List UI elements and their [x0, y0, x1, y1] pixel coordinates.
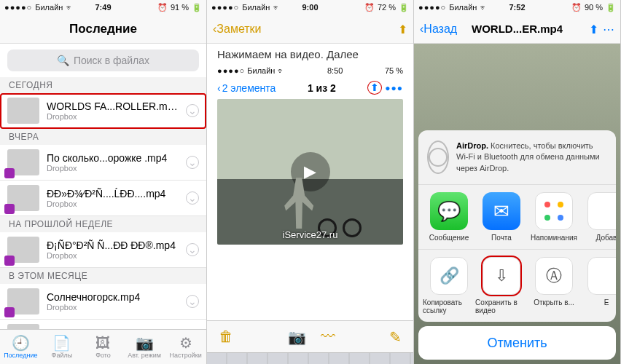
tab-label: Настройки	[170, 352, 202, 359]
app-label: Добав	[596, 234, 616, 242]
chevron-down-icon[interactable]: ⌄	[186, 191, 199, 205]
cancel-button[interactable]: Отменить	[418, 326, 616, 360]
panel-files: ●●●●○Билайн ᯤ 7:49 ⏰91 %🔋 Последние 🔍Пои…	[0, 0, 207, 364]
alarm-icon: ⏰	[364, 3, 375, 12]
more-icon[interactable]: ●●●	[385, 83, 403, 93]
tab-label: Последние	[4, 352, 37, 359]
thumb	[7, 288, 39, 314]
chevron-left-icon: ‹	[217, 82, 221, 94]
file-row[interactable]: Ð¡ÑÐ°Ð²Ñ Ñ...ÐÐ ĐÐ®.mp4Dropbox ⌄	[0, 232, 206, 268]
keyboard[interactable]	[207, 352, 413, 364]
statusbar: ●●●●○Билайн ᯤ 7:52 ⏰90 %🔋	[414, 0, 620, 15]
alarm-icon: ⏰	[571, 3, 582, 12]
file-source: Dropbox	[47, 164, 179, 173]
battery-icon: 🔋	[606, 3, 616, 12]
back-button[interactable]: ‹Заметки	[207, 15, 267, 44]
tab-Файлы[interactable]: 📄Файлы	[42, 330, 83, 364]
share-app-Напоминания[interactable]: Напоминания	[528, 192, 580, 242]
inner-back[interactable]: ‹2 элемента	[217, 82, 276, 94]
battery-icon: 🔋	[399, 3, 409, 12]
share-action-Копировать ссылку[interactable]: 🔗Копировать ссылку	[423, 257, 475, 314]
chevron-down-icon[interactable]: ⌄	[186, 243, 199, 256]
signal-dots: ●●●●○	[211, 3, 239, 12]
search-input[interactable]: 🔍Поиск в файлах	[7, 50, 199, 71]
clock: 7:52	[509, 3, 525, 12]
app-label: Почта	[491, 234, 512, 242]
video-thumb[interactable]: ▶ iService27.ru	[217, 99, 403, 245]
file-row[interactable]: WORLDS FA...ROLLER.mp4Dropbox ⌄	[0, 93, 206, 129]
share-action-Е[interactable]: Е	[580, 257, 616, 314]
file-row[interactable]: Солнечногорск.mp4Dropbox ⌄	[0, 284, 206, 320]
battery-pct: 91 %	[171, 3, 189, 12]
search-placeholder: Поиск в файлах	[74, 55, 149, 66]
thumb	[7, 149, 39, 175]
alarm-icon: ⏰	[157, 3, 168, 12]
file-title: По сколько...орожке .mp4	[47, 152, 179, 164]
file-row[interactable]: ÐÐ»Ð¾⁄Ð²Ñ....ĹÐÐ....mp4Dropbox ⌄	[0, 181, 206, 216]
chevron-down-icon[interactable]: ⌄	[186, 104, 199, 117]
action-icon: Ⓐ	[535, 257, 573, 295]
camera-icon[interactable]: 📷	[288, 328, 306, 346]
carrier: Билайн	[242, 3, 270, 12]
share-app-Почта[interactable]: ✉Почта	[475, 192, 528, 242]
watermark: iService27.ru	[283, 229, 338, 240]
file-source: Dropbox	[47, 251, 179, 260]
draw-icon[interactable]: 〰	[321, 328, 335, 346]
file-title: Ð¡ÑÐ°Ð²Ñ Ñ...ÐÐ ĐÐ®.mp4	[47, 240, 179, 251]
app-icon: ✉	[483, 192, 520, 230]
inner-share[interactable]: ⬆︎ ●●●	[367, 81, 403, 95]
app-icon: 💬	[430, 192, 468, 230]
search-icon: 🔍	[57, 55, 69, 66]
navbar: ‹Заметки ⬆︎	[207, 15, 413, 44]
section-header: В ЭТОМ МЕСЯЦЕ	[0, 268, 206, 284]
share-icon: ⬆︎	[370, 82, 379, 93]
tab-label: Файлы	[52, 352, 73, 359]
airdrop-row[interactable]: AirDrop. Коснитесь, чтобы включить Wi-Fi…	[418, 130, 616, 185]
share-app-Сообщение[interactable]: 💬Сообщение	[423, 192, 475, 242]
tab-icon: 🖼	[95, 336, 110, 350]
signal-dots: ●●●●○	[4, 3, 32, 12]
tab-icon: 🕘	[12, 336, 30, 350]
dropbox-badge	[4, 307, 15, 317]
tab-Фото[interactable]: 🖼Фото	[82, 330, 124, 364]
statusbar: ●●●●○Билайн ᯤ 7:49 ⏰91 %🔋	[0, 0, 206, 15]
page-title: WORLD...ER.mp4	[472, 23, 563, 35]
section-header: НА ПРОШЛОЙ НЕДЕЛЕ	[0, 216, 206, 232]
notes-toolbar: 🗑 📷〰 ✎	[207, 320, 413, 352]
wifi-icon: ᯤ	[480, 3, 488, 12]
tab-Последние[interactable]: 🕘Последние	[0, 330, 42, 364]
share-icon[interactable]: ⬆︎	[589, 23, 598, 36]
wifi-icon: ᯤ	[66, 3, 74, 12]
file-title: ÐÐ»Ð¾⁄Ð²Ñ....ĹÐÐ....mp4	[47, 188, 179, 199]
thumb	[7, 98, 39, 124]
dropbox-badge	[4, 168, 15, 178]
trash-icon[interactable]: 🗑	[219, 328, 233, 345]
action-label: Копировать ссылку	[423, 298, 475, 314]
share-button[interactable]: ⬆︎	[392, 15, 413, 44]
action-label: Сохранить в видео	[475, 298, 528, 314]
more-icon[interactable]: ⋯	[603, 23, 614, 36]
thumb	[7, 237, 39, 263]
share-action-Открыть в...[interactable]: ⒶОткрыть в...	[528, 257, 580, 314]
back-label: Назад	[423, 23, 457, 36]
app-label: Напоминания	[531, 234, 577, 242]
chevron-down-icon[interactable]: ⌄	[186, 295, 199, 308]
share-app-Добав[interactable]: Добав	[580, 192, 616, 242]
navbar: ‹Назад WORLD...ER.mp4 ⬆︎ ⋯	[414, 15, 620, 44]
share-action-Сохранить в видео[interactable]: ⇩Сохранить в видео	[475, 257, 528, 314]
back-button[interactable]: ‹Назад	[414, 15, 463, 44]
file-source: Dropbox	[47, 303, 179, 312]
dropbox-badge	[4, 256, 15, 266]
action-icon: ⇩	[483, 257, 520, 295]
back-label: Заметки	[216, 23, 261, 36]
file-row[interactable]: По сколько...орожке .mp4Dropbox ⌄	[0, 145, 206, 181]
tab-label: Фото	[95, 352, 111, 359]
page-title: Последние	[69, 22, 137, 36]
new-icon[interactable]: ✎	[389, 328, 402, 346]
app-label: Сообщение	[429, 234, 469, 242]
tab-Настройки[interactable]: ⚙Настройки	[165, 330, 206, 364]
tab-Авт. режим[interactable]: 📷Авт. режим	[124, 330, 165, 364]
chevron-down-icon[interactable]: ⌄	[186, 156, 199, 169]
panel-share: ●●●●○Билайн ᯤ 7:52 ⏰90 %🔋 ‹Назад WORLD..…	[414, 0, 621, 364]
action-label: Открыть в...	[534, 298, 574, 306]
